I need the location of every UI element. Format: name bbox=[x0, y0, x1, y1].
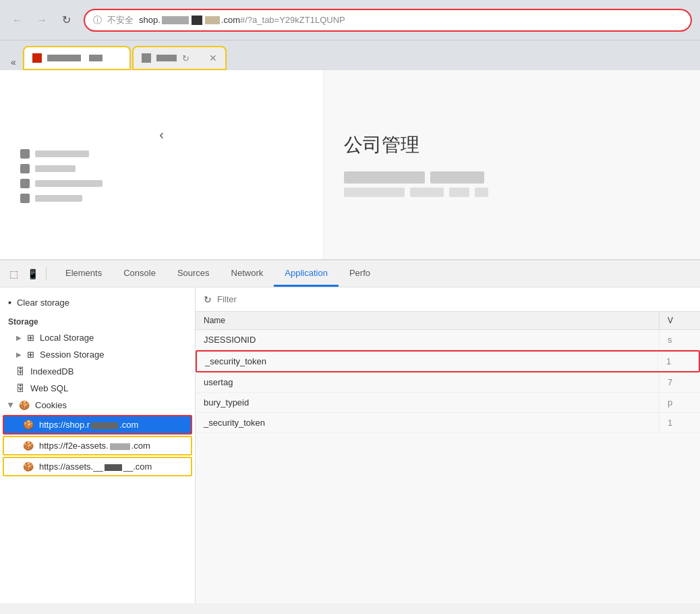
forward-button[interactable]: → bbox=[32, 11, 51, 30]
session-storage-item[interactable]: ▶ ⊞ Session Storage bbox=[0, 346, 195, 363]
page-title: 公司管理 bbox=[344, 132, 680, 158]
cookies-item[interactable]: ▶ 🍪 Cookies bbox=[0, 397, 195, 414]
row4-name: bury_typeid bbox=[196, 393, 660, 412]
security-label: 不安全 bbox=[107, 14, 134, 26]
table-row[interactable]: JSESSIONID s bbox=[196, 330, 700, 350]
web-sql-item[interactable]: 🗄 Web SQL bbox=[0, 380, 195, 397]
tab2-close-button[interactable]: ✕ bbox=[209, 53, 217, 63]
row4-value: p bbox=[660, 393, 700, 412]
indexed-db-item[interactable]: 🗄 IndexedDB bbox=[0, 363, 195, 380]
web-sql-icon: 🗄 bbox=[16, 383, 25, 393]
session-storage-triangle: ▶ bbox=[16, 351, 22, 358]
row2-value: 1 bbox=[658, 352, 699, 371]
table-header: Name V bbox=[196, 312, 700, 330]
table-row[interactable]: bury_typeid p bbox=[196, 393, 700, 413]
devtools-body: ▪ Clear storage Storage ▶ ⊞ Local Storag… bbox=[0, 287, 700, 603]
row2-name: _security_token bbox=[197, 352, 658, 371]
tab1-title-blurred bbox=[47, 55, 81, 61]
reload-button[interactable]: ↻ bbox=[57, 11, 76, 30]
tab-sources[interactable]: Sources bbox=[167, 260, 221, 287]
devtools-device-icon[interactable]: 📱 bbox=[24, 266, 40, 282]
cookie-url2-icon: 🍪 bbox=[23, 441, 34, 451]
back-button[interactable]: ← bbox=[8, 11, 27, 30]
web-sql-label: Web SQL bbox=[30, 383, 68, 393]
cookie-url1-icon: 🍪 bbox=[23, 420, 34, 430]
cookies-triangle: ▶ bbox=[7, 403, 15, 408]
security-indicator: ⓘ bbox=[93, 14, 102, 26]
row1-name: JSESSIONID bbox=[196, 330, 660, 350]
devtools-sidebar: ▪ Clear storage Storage ▶ ⊞ Local Storag… bbox=[0, 287, 196, 603]
devtools-icons: ⬚ 📱 bbox=[0, 260, 55, 287]
session-storage-icon: ⊞ bbox=[27, 350, 34, 360]
tab-overflow-button[interactable]: « bbox=[5, 54, 22, 70]
row1-value: s bbox=[660, 330, 700, 350]
row5-name: _security_token bbox=[196, 413, 660, 432]
table-row-security-token[interactable]: _security_token 1 bbox=[196, 350, 700, 372]
row5-value: 1 bbox=[660, 413, 700, 432]
page-sidebar: ‹ bbox=[0, 70, 324, 259]
indexed-db-label: IndexedDB bbox=[30, 366, 74, 376]
tab2-title-blurred bbox=[156, 55, 177, 61]
table-row[interactable]: _security_token 1 bbox=[196, 413, 700, 433]
devtools-tab-bar: ⬚ 📱 Elements Console Sources Network App… bbox=[0, 260, 700, 287]
page-back-button[interactable]: ‹ bbox=[20, 127, 303, 142]
tab2-reload-button[interactable]: ↻ bbox=[182, 53, 189, 63]
local-storage-label: Local Storage bbox=[40, 333, 94, 343]
tab-elements[interactable]: Elements bbox=[55, 260, 113, 287]
browser-tab-2[interactable]: ↻ ✕ bbox=[132, 46, 227, 70]
main-page-area: ‹ 公司管理 bbox=[0, 70, 700, 259]
clear-storage-item[interactable]: ▪ Clear storage bbox=[0, 293, 195, 312]
browser-tab-1[interactable] bbox=[23, 46, 131, 70]
session-storage-label: Session Storage bbox=[40, 350, 104, 360]
row3-value: 7 bbox=[660, 372, 700, 392]
filter-bar: ↻ bbox=[196, 287, 700, 312]
tab-performance[interactable]: Perfo bbox=[339, 260, 381, 287]
tab2-favicon bbox=[142, 53, 151, 63]
local-storage-triangle: ▶ bbox=[16, 334, 22, 341]
cookie-url3-label: https://assets.____.com bbox=[39, 462, 152, 472]
filter-reload-icon[interactable]: ↻ bbox=[204, 294, 212, 305]
cookie-url3-item[interactable]: 🍪 https://assets.____.com bbox=[3, 457, 192, 476]
tab1-favicon bbox=[32, 53, 42, 63]
indexed-db-icon: 🗄 bbox=[16, 366, 25, 376]
url-text: shop..com#/?a_tab=Y29kZT1LQUNP bbox=[139, 15, 345, 26]
cookie-url2-label: https://f2e-assets..com bbox=[39, 441, 150, 451]
row3-name: usertag bbox=[196, 372, 660, 392]
cookies-label: Cookies bbox=[35, 400, 67, 410]
cookie-url1-label: https://shop.r.com bbox=[39, 420, 138, 430]
tab-application[interactable]: Application bbox=[274, 260, 339, 287]
devtools-content-area: ↻ Name V JSESSIONID s _security_token 1 bbox=[196, 287, 700, 603]
tab-console[interactable]: Console bbox=[113, 260, 167, 287]
local-storage-item[interactable]: ▶ ⊞ Local Storage bbox=[0, 329, 195, 346]
clear-storage-label: Clear storage bbox=[17, 298, 69, 308]
cookie-url1-item[interactable]: 🍪 https://shop.r.com bbox=[3, 415, 192, 435]
browser-tabs-bar: « ↻ ✕ bbox=[0, 40, 700, 70]
devtools-divider bbox=[46, 267, 47, 281]
cookies-table: Name V JSESSIONID s _security_token 1 us… bbox=[196, 312, 700, 603]
cookie-url2-item[interactable]: 🍪 https://f2e-assets..com bbox=[3, 436, 192, 455]
page-main-content: 公司管理 bbox=[324, 70, 700, 259]
cookies-icon: 🍪 bbox=[19, 400, 30, 410]
nav-buttons: ← → ↻ bbox=[8, 11, 76, 30]
cookie-url3-icon: 🍪 bbox=[23, 462, 34, 472]
browser-chrome: ← → ↻ ⓘ 不安全 shop..com#/?a_tab=Y29kZT1LQU… bbox=[0, 0, 700, 40]
col-name-header: Name bbox=[196, 312, 660, 329]
tab1-title-blurred2 bbox=[89, 55, 103, 61]
devtools-cursor-icon[interactable]: ⬚ bbox=[5, 266, 22, 282]
filter-input[interactable] bbox=[217, 294, 692, 304]
local-storage-icon: ⊞ bbox=[27, 333, 34, 343]
devtools-panel: ⬚ 📱 Elements Console Sources Network App… bbox=[0, 259, 700, 603]
storage-category: Storage bbox=[0, 312, 195, 329]
tab-network[interactable]: Network bbox=[221, 260, 274, 287]
table-row[interactable]: usertag 7 bbox=[196, 372, 700, 393]
col-value-header: V bbox=[660, 312, 700, 329]
clear-storage-icon: ▪ bbox=[8, 297, 11, 308]
address-bar[interactable]: ⓘ 不安全 shop..com#/?a_tab=Y29kZT1LQUNP bbox=[84, 9, 692, 32]
